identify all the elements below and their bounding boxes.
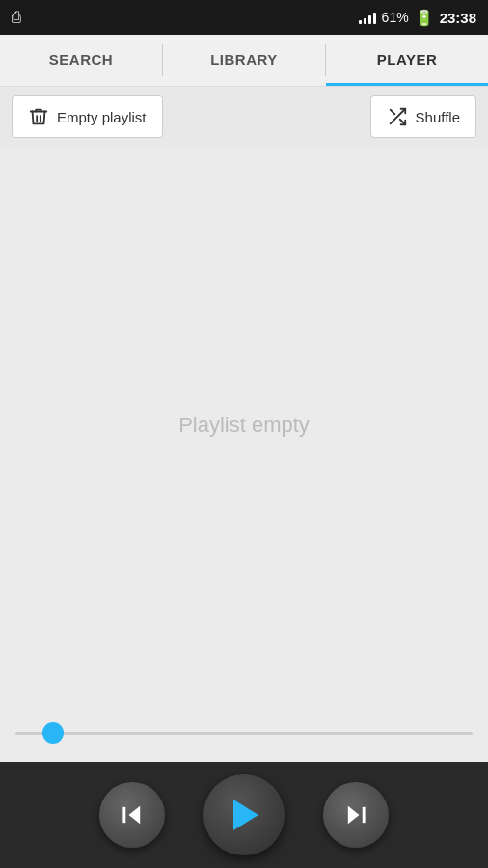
shuffle-button[interactable]: Shuffle bbox=[370, 95, 476, 138]
skip-next-icon bbox=[342, 801, 369, 828]
progress-area[interactable] bbox=[0, 704, 488, 762]
playlist-empty-message: Playlist empty bbox=[178, 413, 310, 438]
svg-line-2 bbox=[390, 110, 394, 115]
shuffle-label: Shuffle bbox=[416, 109, 460, 125]
status-left: ⎙ bbox=[12, 9, 21, 26]
svg-marker-5 bbox=[348, 806, 360, 825]
skip-previous-button[interactable] bbox=[99, 782, 165, 848]
battery-icon: 🔋 bbox=[415, 9, 434, 27]
svg-marker-3 bbox=[129, 806, 141, 825]
player-controls bbox=[0, 762, 488, 868]
status-bar: ⎙ 61% 🔋 23:38 bbox=[0, 0, 488, 35]
battery-pct: 61% bbox=[382, 10, 409, 25]
tab-search[interactable]: SEARCH bbox=[0, 35, 162, 86]
action-bar: Empty playlist Shuffle bbox=[0, 87, 488, 147]
empty-playlist-label: Empty playlist bbox=[57, 109, 147, 125]
trash-icon bbox=[28, 106, 49, 127]
tab-bar: SEARCH LIBRARY PLAYER bbox=[0, 35, 488, 87]
tab-library[interactable]: LIBRARY bbox=[163, 35, 325, 86]
tab-player[interactable]: PLAYER bbox=[326, 35, 488, 86]
shuffle-icon bbox=[387, 106, 408, 127]
signal-icon bbox=[359, 11, 376, 24]
progress-thumb[interactable] bbox=[42, 722, 64, 744]
empty-playlist-button[interactable]: Empty playlist bbox=[12, 95, 163, 138]
status-right: 61% 🔋 23:38 bbox=[359, 9, 476, 27]
play-icon bbox=[233, 800, 258, 830]
skip-next-button[interactable] bbox=[323, 782, 389, 848]
play-button[interactable] bbox=[203, 774, 285, 855]
playlist-area: Playlist empty bbox=[0, 147, 488, 704]
usb-icon: ⎙ bbox=[12, 9, 21, 26]
time: 23:38 bbox=[440, 10, 476, 26]
progress-track[interactable] bbox=[15, 732, 473, 735]
skip-prev-icon bbox=[119, 801, 146, 828]
